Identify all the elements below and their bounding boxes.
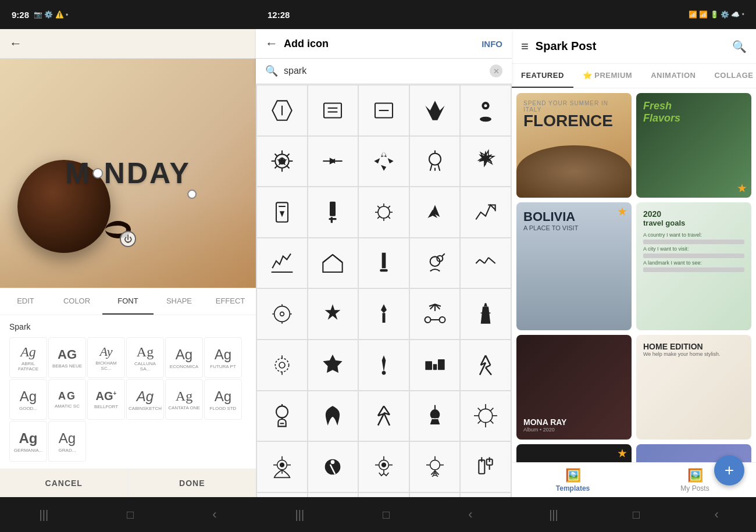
nav-back-icon-right[interactable]: ‹ [715, 507, 719, 522]
template-mona-ray[interactable]: MONA RAY Album • 2020 [516, 335, 632, 440]
icon-cell[interactable] [461, 289, 511, 339]
font-flood[interactable]: AgFLOOD STD [204, 379, 242, 420]
font-abril[interactable]: AgABRIL FATFACE [9, 337, 47, 378]
icon-cell[interactable] [257, 391, 307, 441]
icon-cell[interactable] [308, 238, 358, 288]
nav-templates[interactable]: 🖼️ Templates [512, 463, 634, 497]
icon-cell[interactable] [308, 340, 358, 390]
icon-cell[interactable] [257, 85, 307, 135]
spark-menu-button[interactable]: ≡ [521, 39, 529, 54]
icon-cell[interactable] [461, 391, 511, 441]
font-cantata[interactable]: AgCANTATA ONE [165, 379, 203, 420]
icon-cell[interactable] [410, 289, 460, 339]
icon-cell[interactable] [359, 493, 409, 497]
tab-effect[interactable]: EFFECT [205, 288, 256, 315]
icon-cell[interactable] [308, 391, 358, 441]
tab-animation[interactable]: ANIMATION [641, 64, 705, 88]
icon-cell[interactable] [410, 340, 460, 390]
fab-add-button[interactable]: + [714, 455, 744, 485]
template-fresh-flavors[interactable]: Fresh Flavors [636, 93, 751, 198]
svg-point-82 [279, 362, 285, 368]
font-economica[interactable]: AgECONOMICA [165, 337, 203, 378]
template-travel-goals[interactable]: 2020 travel goals A country I want to tr… [636, 202, 751, 330]
clear-search-button[interactable]: ✕ [490, 65, 502, 77]
icon-cell[interactable] [461, 187, 511, 237]
icon-cell[interactable] [410, 391, 460, 441]
icon-cell[interactable] [359, 442, 409, 492]
icon-cell[interactable] [461, 340, 511, 390]
spark-search-button[interactable]: 🔍 [732, 40, 747, 53]
icon-cell[interactable] [461, 137, 511, 187]
template-florence[interactable]: Spend your summer in Italy FLORENCE [516, 93, 632, 198]
cancel-button[interactable]: CANCEL [0, 469, 128, 497]
nav-home-icon-right[interactable]: □ [633, 508, 640, 522]
icon-cell[interactable] [461, 493, 511, 497]
icon-cell[interactable] [461, 442, 511, 492]
tab-edit[interactable]: EDIT [0, 288, 51, 315]
icon-cell[interactable] [257, 187, 307, 237]
icon-cell[interactable] [257, 340, 307, 390]
icon-cell[interactable] [359, 289, 409, 339]
font-amatic[interactable]: AGAMATIC SC [48, 379, 86, 420]
font-bebas[interactable]: AGBEBAS NEUE [48, 337, 86, 378]
template-bolivia[interactable]: BOLIVIA A PLACE TO VISIT [516, 202, 632, 330]
tab-color[interactable]: COLOR [51, 288, 102, 315]
icon-cell[interactable] [257, 442, 307, 492]
icon-cell[interactable] [410, 238, 460, 288]
tab-font[interactable]: FONT [102, 288, 154, 315]
nav-menu-icon-mid[interactable]: ||| [295, 508, 304, 522]
icon-cell[interactable] [257, 493, 307, 497]
icon-cell[interactable] [410, 187, 460, 237]
font-cabin[interactable]: AgCABINSKETCH [126, 379, 164, 420]
font-grad[interactable]: AgGRAD... [48, 421, 86, 462]
nav-menu-icon-left[interactable]: ||| [39, 508, 48, 522]
tab-featured[interactable]: FEATURED [512, 64, 573, 88]
nav-back-icon-mid[interactable]: ‹ [468, 507, 472, 522]
icon-cell[interactable] [308, 187, 358, 237]
circle-handle[interactable] [92, 168, 103, 178]
icon-cell[interactable] [410, 137, 460, 187]
icon-cell[interactable] [359, 340, 409, 390]
search-input[interactable] [284, 66, 484, 76]
info-button[interactable]: INFO [482, 39, 502, 49]
text-handle[interactable] [187, 190, 197, 199]
font-bickham[interactable]: AyBICKHAM SC... [87, 337, 125, 378]
nav-menu-icon-right[interactable]: ||| [549, 508, 558, 522]
icon-search-bar: ← Add icon INFO [256, 29, 512, 59]
icon-cell[interactable] [359, 85, 409, 135]
template-home-edition[interactable]: HOME EDITION We help make your home styl… [636, 335, 751, 440]
done-button[interactable]: DONE [128, 469, 256, 497]
tab-collage[interactable]: COLLAGE [705, 64, 756, 88]
editor-back-button[interactable]: ← [9, 36, 22, 51]
icon-cell[interactable] [257, 238, 307, 288]
icon-cell[interactable] [461, 238, 511, 288]
font-good[interactable]: AgGOOD... [9, 379, 47, 420]
font-bellfort[interactable]: AG+BELLFORT [87, 379, 125, 420]
power-button[interactable]: ⏻ [120, 231, 136, 247]
icon-cell[interactable] [359, 187, 409, 237]
font-futura[interactable]: AgFUTURA PT [204, 337, 242, 378]
font-calluna[interactable]: AgCALLUNA SA... [126, 337, 164, 378]
nav-home-icon-left[interactable]: □ [127, 508, 134, 522]
nav-home-icon-mid[interactable]: □ [383, 508, 390, 522]
icon-cell[interactable] [359, 391, 409, 441]
icon-cell[interactable] [410, 442, 460, 492]
icon-cell[interactable] [359, 238, 409, 288]
tab-shape[interactable]: SHAPE [154, 288, 205, 315]
icon-cell[interactable] [308, 442, 358, 492]
tab-premium[interactable]: ⭐PREMIUM [573, 64, 641, 88]
icon-panel-back-button[interactable]: ← [265, 36, 278, 51]
font-germania[interactable]: AgGERMANIA... [9, 421, 47, 462]
icon-cell[interactable] [359, 137, 409, 187]
icon-cell[interactable] [410, 493, 460, 497]
icon-cell[interactable] [257, 289, 307, 339]
icon-cell[interactable] [461, 85, 511, 135]
icon-cell[interactable] [308, 85, 358, 135]
monday-text: M NDAY [65, 156, 191, 190]
icon-cell[interactable] [308, 137, 358, 187]
icon-cell[interactable] [257, 137, 307, 187]
nav-back-icon-left[interactable]: ‹ [212, 507, 216, 522]
icon-cell[interactable] [308, 289, 358, 339]
icon-cell[interactable] [308, 493, 358, 497]
icon-cell[interactable] [410, 85, 460, 135]
